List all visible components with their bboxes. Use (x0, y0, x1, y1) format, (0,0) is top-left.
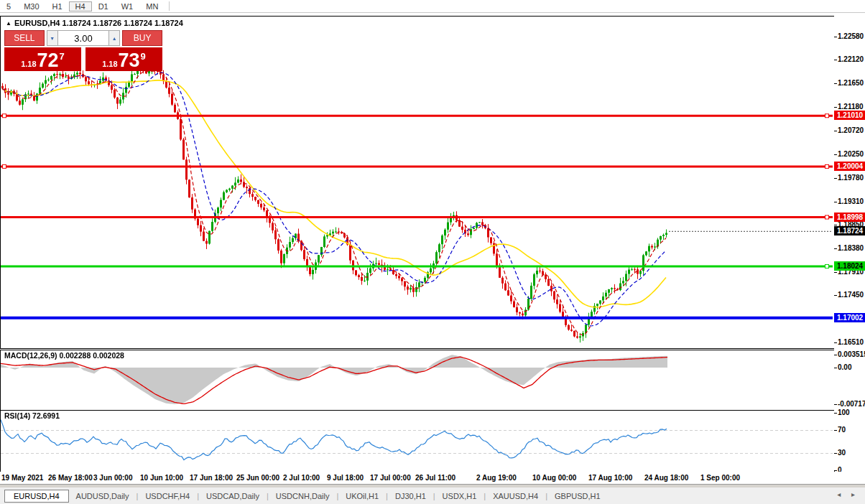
price-tick-label: 1.19780 (838, 174, 864, 182)
chart-tab-usdcnh-daily[interactable]: USDCNH,Daily (269, 490, 337, 503)
symbol-arrow-icon: ▲ (6, 20, 11, 27)
time-axis-label: 1 Sep 00:00 (700, 474, 740, 482)
time-axis-label: 26 Jul 11:00 (415, 474, 455, 482)
price-tick-label: 1.22580 (838, 32, 864, 41)
macd-canvas[interactable] (1, 350, 833, 409)
time-axis-label: 26 May 18:00 (48, 474, 93, 482)
price-level-badge: 1.18998 (834, 213, 865, 222)
chart-tab-xauusd-h4[interactable]: XAUUSD,H4 (486, 490, 545, 503)
price-tick-label: 1.21650 (838, 79, 864, 88)
chart-tab-dj30-h1[interactable]: DJ30,H1 (388, 490, 433, 503)
time-axis-label: 9 Jul 18:00 (327, 474, 364, 482)
macd-axis-label: 0.00 (838, 363, 851, 372)
time-axis-label: 17 Jun 18:00 (190, 474, 233, 482)
volume-increase-button[interactable]: ▲ (108, 30, 120, 46)
timeframe-button-5[interactable]: 5 (0, 1, 17, 11)
rsi-axis-label: 100 (838, 409, 850, 417)
time-axis-label: 3 Jun 00:00 (93, 474, 132, 482)
ask-sup: 9 (141, 51, 146, 62)
price-tick-label: 1.17450 (838, 291, 864, 299)
ask-prefix: 1.18 (102, 60, 117, 68)
timeframe-button-h1[interactable]: H1 (46, 1, 69, 11)
chart-tab-usdchf-h4[interactable]: USDCHF,H4 (138, 490, 197, 503)
toolbar-separator (169, 1, 170, 11)
bid-sup: 7 (60, 51, 65, 62)
current-price-badge: 1.18724 (834, 226, 865, 235)
macd-label: MACD(12,26,9) 0.002288 0.002028 (4, 351, 124, 360)
time-axis-label: 2 Jul 10:00 (283, 474, 320, 482)
spin-down-icon: ▼ (50, 36, 55, 41)
buy-button[interactable]: BUY (122, 30, 162, 46)
timeframe-button-d1[interactable]: D1 (92, 1, 115, 11)
price-axis: 1.225801.221201.216501.211801.207201.202… (834, 16, 865, 471)
chart-title: ▲EURUSD,H4 1.18724 1.18726 1.18724 1.187… (6, 19, 183, 27)
macd-panel (0, 350, 835, 411)
price-level-badge: 1.17002 (834, 313, 865, 322)
timeframe-toolbar: 5M30H1H4D1W1MN (0, 0, 865, 13)
one-click-trade-panel: SELL ▼ ▲ BUY 1.18 72 7 1.18 73 9 (4, 30, 162, 71)
bid-prefix: 1.18 (21, 60, 36, 68)
chart-tab-usdcad-daily[interactable]: USDCAD,Daily (199, 490, 267, 503)
sell-button[interactable]: SELL (4, 30, 45, 46)
timeframe-button-w1[interactable]: W1 (115, 1, 140, 11)
chart-tab-bar: EURUSD,H4AUDUSD,Daily|USDCHF,H4|USDCAD,D… (0, 487, 865, 504)
volume-input[interactable] (58, 30, 108, 46)
timeframe-button-h4[interactable]: H4 (69, 1, 92, 11)
price-tick-label: 1.19310 (838, 197, 864, 206)
ask-quote[interactable]: 1.18 73 9 (85, 47, 162, 71)
timeframe-button-m30[interactable]: M30 (17, 1, 45, 11)
price-tick-label: 1.22120 (838, 55, 864, 64)
price-level-badge: 1.21010 (834, 111, 865, 120)
ask-main: 73 (119, 51, 140, 70)
rsi-axis-label: 30 (838, 449, 846, 457)
tab-scroll-arrows-icon[interactable]: ◂ ▸ (837, 490, 859, 498)
time-axis-label: 10 Aug 00:00 (532, 474, 576, 482)
rsi-panel (0, 410, 835, 472)
chart-title-text: EURUSD,H4 1.18724 1.18726 1.18724 1.1872… (14, 19, 183, 27)
macd-axis-label: -0.00717 (838, 400, 865, 409)
time-axis-label: 10 Jun 10:00 (140, 474, 183, 482)
macd-axis-label: 0.003515 (838, 350, 865, 359)
chart-tab-audusd-daily[interactable]: AUDUSD,Daily (69, 490, 137, 503)
time-axis-label: 19 May 2021 (1, 474, 43, 482)
time-axis-label: 24 Aug 18:00 (644, 474, 688, 482)
time-axis-label: 25 Jun 00:00 (236, 474, 279, 482)
chart-tab-ukoil-h1[interactable]: UKOil,H1 (338, 490, 386, 503)
price-tick-label: 1.20720 (838, 126, 864, 135)
time-axis-label: 17 Aug 10:00 (588, 474, 632, 482)
price-tick-label: 1.18380 (838, 244, 864, 253)
spin-up-icon: ▲ (112, 36, 117, 41)
timeframe-button-mn[interactable]: MN (139, 1, 165, 11)
time-axis: 19 May 202126 May 18:003 Jun 00:0010 Jun… (0, 472, 865, 484)
price-tick-label: 1.16510 (838, 338, 864, 347)
time-axis-label: 2 Aug 19:00 (476, 474, 517, 482)
chart-tab-gbpusd-h1[interactable]: GBPUSD,H1 (547, 490, 608, 503)
chart-tab-usdx-h1[interactable]: USDX,H1 (435, 490, 484, 503)
rsi-canvas[interactable] (1, 411, 833, 470)
rsi-label: RSI(14) 72.6991 (4, 411, 60, 420)
bid-quote[interactable]: 1.18 72 7 (4, 47, 81, 71)
chart-tab-eurusd-h4[interactable]: EURUSD,H4 (4, 490, 69, 503)
bid-main: 72 (37, 51, 59, 70)
volume-decrease-button[interactable]: ▼ (47, 30, 58, 46)
price-level-badge: 1.18024 (834, 261, 865, 271)
price-tick-label: 1.20250 (838, 150, 864, 159)
rsi-axis-label: 70 (838, 426, 846, 434)
price-level-badge: 1.20004 (834, 162, 865, 171)
time-axis-label: 17 Jul 00:00 (370, 474, 411, 482)
